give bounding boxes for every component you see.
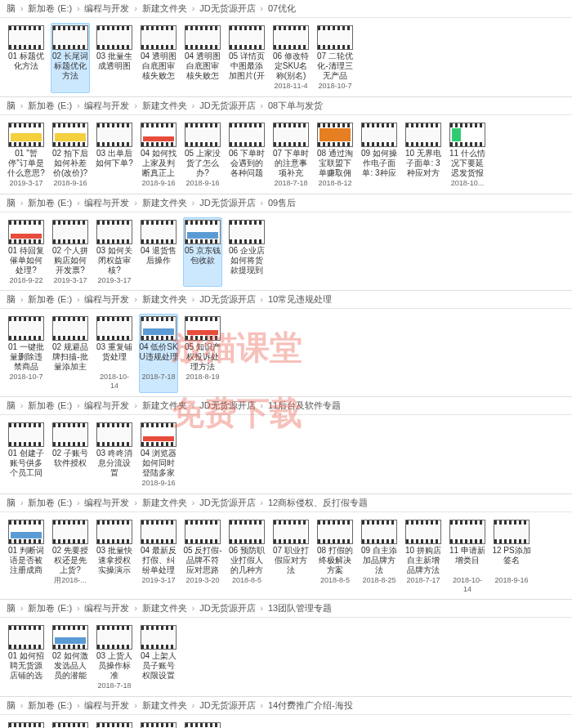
- breadcrumb-segment[interactable]: 新建文件夹: [142, 497, 187, 509]
- breadcrumb-segment[interactable]: 脑: [7, 100, 16, 112]
- file-item[interactable]: 03 重复铺货处理2018-10-14: [95, 314, 134, 393]
- breadcrumb-segment[interactable]: 编程与开发: [84, 497, 129, 509]
- file-item[interactable]: 02 子账号软件授权: [51, 420, 90, 490]
- breadcrumb-segment[interactable]: 编程与开发: [84, 100, 129, 112]
- breadcrumb-segment[interactable]: JD无货源开店: [199, 100, 255, 112]
- file-item[interactable]: 03 如何关闭权益审核?2019-3-17: [95, 217, 134, 288]
- breadcrumb-segment[interactable]: 编程与开发: [84, 602, 129, 614]
- file-item[interactable]: 11 申请新增类目2018-10-14: [448, 517, 487, 596]
- breadcrumb-segment[interactable]: 新建文件夹: [142, 197, 187, 209]
- file-item[interactable]: 09 如何操作电子面单: 3种应对方法: [360, 120, 399, 190]
- file-item[interactable]: 04 海投计划功能设置: [139, 720, 178, 728]
- file-item[interactable]: 12 PS添加签名2018-9-16: [492, 517, 531, 596]
- file-item[interactable]: 04 如何找上家及判断真正上家?2018-9-16: [139, 120, 178, 190]
- file-item[interactable]: 01 待回复催单如何处理?2018-9-22: [7, 217, 46, 288]
- breadcrumb[interactable]: 脑›新加卷 (E:)›编程与开发›新建文件夹›JD无货源开店›09售后: [0, 194, 572, 212]
- breadcrumb-segment[interactable]: 09售后: [268, 197, 296, 209]
- file-item[interactable]: 04 退货售后操作: [139, 217, 178, 288]
- file-item[interactable]: 04 上架人员子账号权限设置: [139, 623, 178, 693]
- breadcrumb-segment[interactable]: 新加卷 (E:): [28, 400, 72, 412]
- file-item[interactable]: 01 判断词语是否被注册成商标: [7, 517, 46, 596]
- file-item[interactable]: 05 京东钱包收款: [183, 217, 222, 288]
- breadcrumb[interactable]: 脑›新加卷 (E:)›编程与开发›新建文件夹›JD无货源开店›11后台及软件专题: [0, 397, 572, 415]
- file-item[interactable]: 03 海投的优化技巧: [95, 720, 134, 728]
- file-item[interactable]: 02 海投计划出价设置: [51, 720, 90, 728]
- breadcrumb-segment[interactable]: JD无货源开店: [199, 497, 255, 509]
- breadcrumb-segment[interactable]: JD无货源开店: [199, 400, 255, 412]
- breadcrumb-segment[interactable]: 新加卷 (E:): [28, 293, 72, 306]
- breadcrumb-segment[interactable]: 编程与开发: [84, 2, 129, 15]
- file-item[interactable]: 04 浏览器如何同时登陆多家店铺2018-9-16: [139, 420, 178, 490]
- file-item[interactable]: 06 修改特定SKU名称(别名)2018-11-4: [271, 23, 311, 93]
- breadcrumb-segment[interactable]: 14付费推广介绍-海投: [268, 699, 353, 712]
- file-item[interactable]: 06 下单时会遇到的各种问题: [227, 120, 266, 190]
- file-item[interactable]: 03 出单后如何下单?: [95, 120, 134, 190]
- file-item[interactable]: 06 企业店如何将货款提现到私人银行卡?: [227, 217, 266, 288]
- breadcrumb-segment[interactable]: 12商标侵权、反打假专题: [268, 497, 368, 509]
- file-item[interactable]: 10 拼购店自主新增品牌方法2018-7-17: [404, 517, 443, 596]
- breadcrumb-segment[interactable]: JD无货源开店: [199, 602, 255, 614]
- file-item[interactable]: 07 下单时的注意事项补充2018-7-18: [271, 120, 311, 190]
- file-item[interactable]: 01 海投与普通快投的区别: [7, 720, 46, 728]
- breadcrumb-segment[interactable]: JD无货源开店: [199, 2, 255, 15]
- breadcrumb-segment[interactable]: 脑: [7, 602, 16, 614]
- breadcrumb-segment[interactable]: JD无货源开店: [199, 197, 255, 209]
- breadcrumb-segment[interactable]: 10常见违规处理: [268, 293, 332, 306]
- file-item[interactable]: 02 如何激发选品人员的潜能: [51, 623, 90, 693]
- breadcrumb-segment[interactable]: 新建文件夹: [142, 2, 187, 15]
- breadcrumb-segment[interactable]: 编程与开发: [84, 699, 129, 712]
- file-item[interactable]: 02 个人拼购店如何开发票?2019-3-17: [51, 217, 90, 288]
- file-item[interactable]: 02 先要授权还是先上货?用2018-...: [51, 517, 90, 596]
- file-item[interactable]: 02 拍下后如何补差价(改价)?2018-9-16: [51, 120, 90, 190]
- breadcrumb-segment[interactable]: 07优化: [268, 2, 296, 15]
- breadcrumb-segment[interactable]: JD无货源开店: [199, 293, 255, 306]
- breadcrumb-segment[interactable]: 新建文件夹: [142, 293, 187, 306]
- file-item[interactable]: 06 预防职业打假人的几种方法2018-8-5: [227, 517, 266, 596]
- breadcrumb-segment[interactable]: 编程与开发: [84, 293, 129, 306]
- breadcrumb[interactable]: 脑›新加卷 (E:)›编程与开发›新建文件夹›JD无货源开店›13团队管理专题: [0, 600, 572, 618]
- file-item[interactable]: 04 最新反打假、纠纷单处理思路2019-3-17: [139, 517, 178, 596]
- file-item[interactable]: 05 详情页中图最添加图片(开团: [227, 23, 266, 93]
- file-item[interactable]: 08 打假的终极解决方案2018-8-5: [315, 517, 355, 596]
- breadcrumb-segment[interactable]: 08下单与发货: [268, 100, 323, 112]
- breadcrumb-segment[interactable]: 新加卷 (E:): [28, 100, 72, 112]
- breadcrumb-segment[interactable]: 新建文件夹: [142, 699, 187, 712]
- breadcrumb-segment[interactable]: 新加卷 (E:): [28, 2, 72, 15]
- file-item[interactable]: 05 反打假-品牌不符应对思路2019-3-20: [183, 517, 222, 596]
- breadcrumb-segment[interactable]: 脑: [7, 497, 16, 509]
- breadcrumb-segment[interactable]: JD无货源开店: [199, 699, 255, 712]
- file-item[interactable]: 03 批量生成透明图: [95, 23, 134, 93]
- file-item[interactable]: 11 什么情况下要延迟发货报备?2018-10...: [448, 120, 487, 190]
- file-item[interactable]: 04 透明图白底图审核失败怎么: [183, 23, 222, 93]
- file-item[interactable]: 09 自主添加品牌方法2018-8-25: [360, 517, 399, 596]
- breadcrumb-segment[interactable]: 11后台及软件专题: [268, 400, 341, 412]
- breadcrumb-segment[interactable]: 13团队管理专题: [268, 602, 332, 614]
- file-item[interactable]: 02 规避品牌扫描-批量添加主图LOGO水...: [51, 314, 90, 393]
- file-item[interactable]: 05 知识产权投诉处理方法2018-8-19: [183, 314, 222, 393]
- breadcrumb-segment[interactable]: 新加卷 (E:): [28, 699, 72, 712]
- file-item[interactable]: 01 "暂停"订单是什么意思?2019-3-17: [7, 120, 46, 190]
- breadcrumb-segment[interactable]: 编程与开发: [84, 400, 129, 412]
- file-item[interactable]: 07 二轮优化-清理三无产品2018-10-7: [315, 23, 355, 93]
- file-item[interactable]: 08 通过淘宝联盟下单赚取佣金2018-8-12: [315, 120, 355, 190]
- breadcrumb-segment[interactable]: 脑: [7, 197, 16, 209]
- breadcrumb-segment[interactable]: 新建文件夹: [142, 100, 187, 112]
- breadcrumb[interactable]: 脑›新加卷 (E:)›编程与开发›新建文件夹›JD无货源开店›08下单与发货: [0, 97, 572, 115]
- file-item[interactable]: 03 咚咚消息分流设置: [95, 420, 134, 490]
- breadcrumb-segment[interactable]: 脑: [7, 293, 16, 306]
- breadcrumb[interactable]: 脑›新加卷 (E:)›编程与开发›新建文件夹›JD无货源开店›12商标侵权、反打…: [0, 494, 572, 512]
- breadcrumb-segment[interactable]: 新建文件夹: [142, 602, 187, 614]
- file-item[interactable]: 04 低价SKU违规处理2018-7-18: [139, 314, 178, 393]
- file-item[interactable]: 01 如何招聘无货源店铺的选品人: [7, 623, 46, 693]
- breadcrumb-segment[interactable]: 编程与开发: [84, 197, 129, 209]
- breadcrumb-segment[interactable]: 新建文件夹: [142, 400, 187, 412]
- breadcrumb-segment[interactable]: 脑: [7, 2, 16, 15]
- breadcrumb-segment[interactable]: 新加卷 (E:): [28, 602, 72, 614]
- breadcrumb[interactable]: 脑›新加卷 (E:)›编程与开发›新建文件夹›JD无货源开店›14付费推广介绍-…: [0, 697, 572, 715]
- breadcrumb-segment[interactable]: 脑: [7, 400, 16, 412]
- file-item[interactable]: 03 批量快速拿授权实操演示: [95, 517, 134, 596]
- breadcrumb-segment[interactable]: 新加卷 (E:): [28, 497, 72, 509]
- breadcrumb[interactable]: 脑›新加卷 (E:)›编程与开发›新建文件夹›JD无货源开店›07优化: [0, 0, 572, 18]
- file-item[interactable]: 05 上家没货了怎么办?2018-9-16: [183, 120, 222, 190]
- file-item[interactable]: 10 无界电子面单: 3种应对方法: [404, 120, 443, 190]
